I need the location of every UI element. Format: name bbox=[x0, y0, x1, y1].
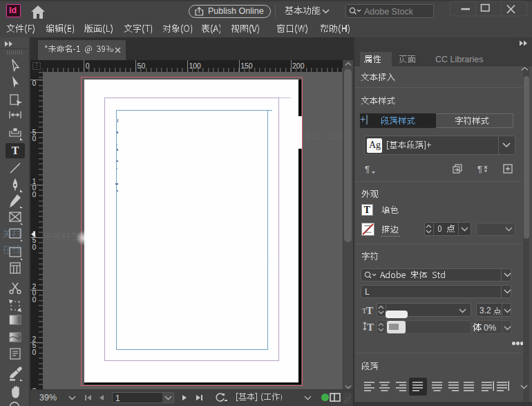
svg-text:¶: ¶ bbox=[477, 164, 482, 174]
svg-text:T: T bbox=[12, 145, 19, 156]
svg-text:T: T bbox=[366, 305, 373, 315]
svg-text:T: T bbox=[367, 322, 374, 332]
svg-text:¶: ¶ bbox=[365, 164, 370, 174]
